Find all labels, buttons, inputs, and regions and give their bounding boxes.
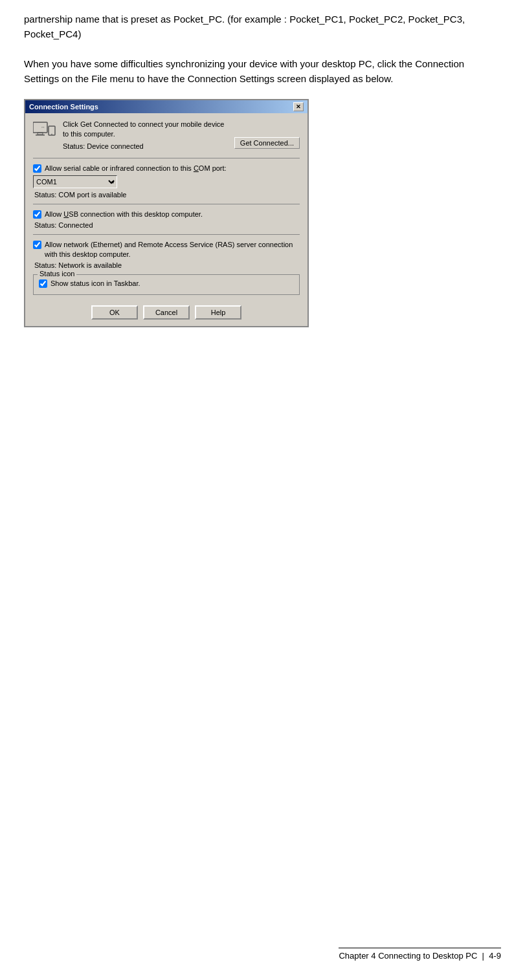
body-paragraph: When you have some difficulties synchron… [24, 56, 501, 87]
svg-rect-2 [36, 135, 45, 136]
com-status: Status: COM port is available [33, 191, 300, 199]
serial-checkbox[interactable] [33, 164, 41, 173]
usb-status: Status: Connected [33, 221, 300, 229]
ok-button[interactable]: OK [91, 305, 138, 320]
network-checkbox-label: Allow network (Ethernet) and Remote Acce… [45, 240, 300, 259]
usb-checkbox-label: Allow USB connection with this desktop c… [45, 210, 203, 219]
dialog-body: ↔ Click Get Connected to connect your mo… [25, 113, 307, 326]
device-status-text: Status: Device connected [63, 142, 144, 150]
svg-rect-1 [38, 133, 43, 135]
header-description: Click Get Connected to connect your mobi… [63, 120, 228, 140]
footer-chapter-text: Chapter 4 Connecting to Desktop PC [339, 951, 477, 961]
usb-checkbox-row: Allow USB connection with this desktop c… [33, 210, 300, 219]
close-button[interactable]: ✕ [293, 102, 304, 111]
footer-separator: | [482, 951, 484, 961]
svg-text:↔: ↔ [41, 125, 45, 129]
cancel-button[interactable]: Cancel [143, 305, 190, 320]
network-checkbox-row: Allow network (Ethernet) and Remote Acce… [33, 240, 300, 259]
dialog-title: Connection Settings [29, 103, 98, 111]
footer-page-number: 4-9 [489, 951, 501, 961]
header-text-block: Click Get Connected to connect your mobi… [63, 120, 228, 150]
get-connected-btn-wrapper[interactable]: Get Connected... [234, 137, 300, 149]
com-select[interactable]: COM1 [33, 175, 117, 188]
com-dropdown-row: COM1 [33, 175, 300, 188]
get-connected-button[interactable]: Get Connected... [234, 137, 300, 149]
titlebar-buttons: ✕ [293, 102, 304, 111]
serial-checkbox-label: Allow serial cable or infrared connectio… [45, 164, 227, 173]
show-status-label: Show status icon in Taskbar. [50, 279, 140, 288]
dialog-header-row: ↔ Click Get Connected to connect your mo… [33, 120, 300, 150]
dialog-screenshot-wrapper: Connection Settings ✕ [24, 99, 501, 327]
status-icon-group: Status icon Show status icon in Taskbar. [33, 274, 300, 295]
help-button[interactable]: Help [195, 305, 241, 320]
connection-settings-dialog: Connection Settings ✕ [24, 99, 309, 327]
intro-paragraph: partnership name that is preset as Pocke… [24, 12, 501, 42]
divider-3 [33, 234, 300, 235]
page-footer: Chapter 4 Connecting to Desktop PC | 4-9 [339, 948, 501, 961]
show-status-checkbox-row: Show status icon in Taskbar. [39, 279, 294, 288]
svg-point-4 [51, 134, 52, 135]
network-status: Status: Network is available [33, 261, 300, 269]
device-icon-svg: ↔ [33, 120, 56, 143]
com-select-wrapper[interactable]: COM1 [33, 175, 117, 188]
dialog-titlebar: Connection Settings ✕ [25, 100, 307, 113]
dialog-buttons: OK Cancel Help [33, 301, 300, 320]
device-status-row: Status: Device connected [63, 142, 228, 150]
usb-checkbox[interactable] [33, 210, 41, 219]
page-content: partnership name that is preset as Pocke… [0, 0, 525, 373]
divider-1 [33, 158, 300, 158]
serial-checkbox-row: Allow serial cable or infrared connectio… [33, 164, 300, 173]
show-status-checkbox[interactable] [39, 279, 47, 288]
network-checkbox[interactable] [33, 241, 41, 249]
divider-2 [33, 204, 300, 204]
footer-chapter: Chapter 4 Connecting to Desktop PC | 4-9 [339, 951, 501, 961]
sync-device-icon: ↔ [33, 120, 56, 143]
